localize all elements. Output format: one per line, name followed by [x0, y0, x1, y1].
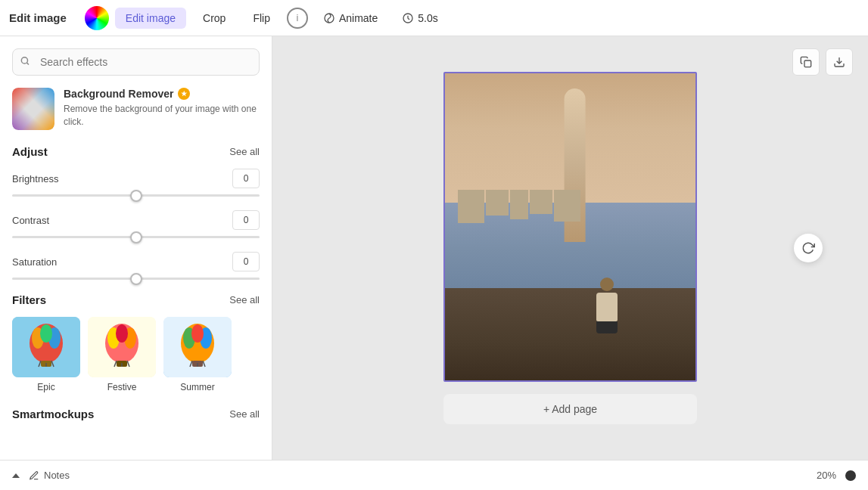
canvas-area: + Add page: [272, 36, 868, 460]
copy-button[interactable]: [792, 48, 820, 76]
saturation-value[interactable]: 0: [232, 252, 260, 271]
saturation-label: Saturation: [12, 256, 57, 268]
filter-name-summer: Summer: [180, 382, 214, 392]
saturation-slider[interactable]: [12, 278, 260, 280]
toolbar-left-title: Edit image: [9, 11, 67, 24]
person-body: [596, 293, 618, 321]
brightness-row: Brightness 0: [0, 169, 272, 197]
brightness-label-row: Brightness 0: [12, 169, 260, 188]
brightness-slider[interactable]: [12, 194, 260, 197]
main-layout: Background Remover ★ Remove the backgrou…: [0, 36, 868, 460]
bottom-bar: Notes 20%: [0, 460, 868, 490]
copy-icon: [800, 56, 812, 68]
smartmockups-section: Smartmockups See all: [0, 408, 272, 439]
filter-item-festive[interactable]: Festive: [88, 317, 156, 392]
filter-name-epic: Epic: [37, 382, 54, 392]
brightness-label: Brightness: [12, 173, 58, 185]
adjust-see-all-button[interactable]: See all: [229, 146, 260, 157]
duration-button[interactable]: 5.0s: [393, 8, 446, 29]
notes-button[interactable]: Notes: [29, 470, 70, 481]
notes-label: Notes: [44, 470, 70, 481]
add-page-button[interactable]: + Add page: [443, 394, 697, 424]
brightness-thumb[interactable]: [130, 190, 142, 202]
contrast-label: Contrast: [12, 215, 49, 226]
building-3: [510, 190, 528, 219]
saturation-row: Saturation 0: [0, 252, 272, 280]
person-legs: [596, 321, 618, 333]
animate-icon: [323, 12, 335, 24]
brightness-value[interactable]: 0: [232, 169, 260, 188]
rotate-button[interactable]: [794, 234, 823, 262]
svg-rect-30: [804, 60, 811, 67]
building-5: [554, 190, 581, 221]
filters-section: Filters See all: [0, 293, 272, 408]
contrast-label-row: Contrast 0: [12, 210, 260, 230]
building-4: [530, 190, 552, 214]
svg-point-2: [21, 57, 27, 64]
building-1: [458, 190, 485, 223]
svg-point-16: [116, 324, 128, 343]
sidebar: Background Remover ★ Remove the backgrou…: [0, 36, 272, 460]
search-container: [12, 48, 260, 76]
contrast-slider[interactable]: [12, 236, 260, 238]
search-icon: [20, 56, 30, 69]
bg-remover-title: Background Remover ★: [64, 88, 260, 100]
photo-buildings: [458, 190, 683, 227]
filters-grid: Epic: [0, 317, 272, 392]
summer-balloon-svg: [163, 317, 232, 377]
bg-remover-info: Background Remover ★ Remove the backgrou…: [64, 88, 260, 129]
edit-image-button[interactable]: Edit image: [115, 8, 186, 29]
filters-see-all-button[interactable]: See all: [229, 294, 260, 305]
contrast-row: Contrast 0: [0, 210, 272, 238]
clock-icon: [402, 12, 414, 24]
filter-name-festive: Festive: [107, 382, 137, 392]
image-frame[interactable]: [443, 72, 697, 382]
filter-item-summer[interactable]: Summer: [163, 317, 232, 392]
animate-button[interactable]: Animate: [314, 8, 387, 29]
smartmockups-title: Smartmockups: [12, 408, 94, 420]
zoom-dot[interactable]: [845, 470, 856, 481]
filter-thumb-epic: [12, 317, 80, 377]
adjust-section-header: Adjust See all: [0, 145, 272, 158]
export-icon: [833, 56, 845, 68]
bg-remover-description: Remove the background of your image with…: [64, 103, 260, 129]
filters-section-header: Filters See all: [0, 293, 272, 306]
flip-button[interactable]: Flip: [242, 8, 281, 29]
canvas-top-icons: [792, 48, 853, 76]
canvas-wrapper: + Add page: [443, 72, 697, 424]
notes-icon: [29, 470, 39, 481]
chevron-up-icon[interactable]: [12, 473, 20, 478]
photo-background: [445, 73, 695, 380]
saturation-thumb[interactable]: [130, 273, 142, 285]
smartmockups-section-header: Smartmockups See all: [0, 408, 272, 420]
epic-balloon-svg: [12, 317, 80, 377]
contrast-value[interactable]: 0: [232, 210, 260, 230]
filter-thumb-summer: [163, 317, 232, 377]
saturation-label-row: Saturation 0: [12, 252, 260, 271]
photo-ground: [445, 288, 695, 380]
contrast-thumb[interactable]: [130, 231, 142, 243]
rainbow-icon[interactable]: [85, 6, 109, 30]
bg-remover-label: Background Remover: [64, 88, 173, 100]
svg-point-7: [40, 324, 52, 343]
animate-label: Animate: [339, 12, 378, 24]
search-input[interactable]: [12, 48, 260, 76]
pro-badge: ★: [178, 88, 190, 100]
crop-button[interactable]: Crop: [192, 8, 236, 29]
duration-label: 5.0s: [418, 12, 437, 24]
festive-balloon-svg: [88, 317, 156, 377]
info-icon[interactable]: i: [287, 8, 308, 29]
export-button[interactable]: [826, 48, 853, 76]
filter-item-epic[interactable]: Epic: [12, 317, 80, 392]
zoom-level: 20%: [817, 470, 836, 481]
filter-thumb-festive: [88, 317, 156, 377]
person-head: [600, 278, 614, 291]
photo-person: [593, 278, 621, 319]
rotate-icon: [801, 241, 815, 255]
filters-title: Filters: [12, 293, 46, 306]
toolbar: Edit image Edit image Crop Flip i Animat…: [0, 0, 868, 36]
bg-remover-card[interactable]: Background Remover ★ Remove the backgrou…: [12, 88, 260, 130]
smartmockups-see-all-button[interactable]: See all: [229, 408, 260, 420]
svg-point-25: [191, 324, 204, 343]
building-2: [486, 190, 509, 216]
